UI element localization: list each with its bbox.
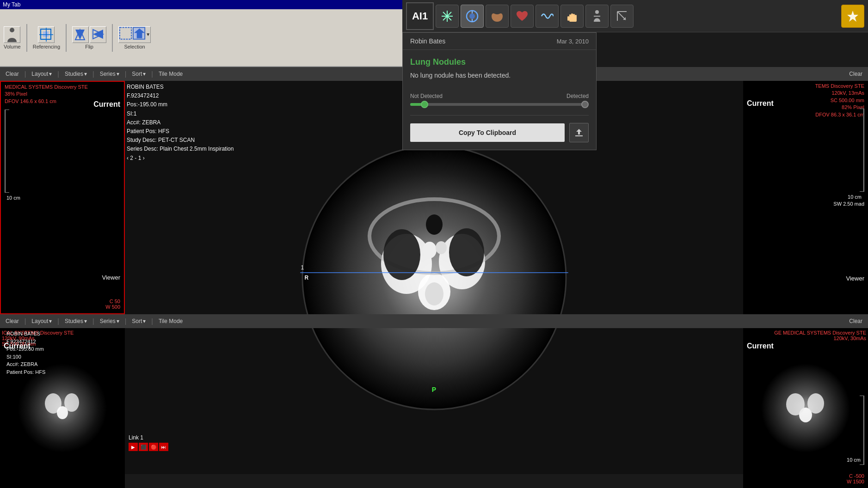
left-panel-top: MEDICAL SYSTEMS Discovery STE 38% Pixel … bbox=[0, 81, 125, 314]
ai-snowflake-btn[interactable] bbox=[436, 5, 459, 28]
br-ct-svg bbox=[759, 362, 852, 454]
sort-btn-top[interactable]: Sort ▾ bbox=[130, 70, 148, 78]
left-top-info-line2: 38% Pixel bbox=[5, 91, 120, 98]
ruler-label-left: 10 cm bbox=[6, 195, 20, 201]
slider-left-label: Not Detected bbox=[410, 93, 443, 99]
svg-point-17 bbox=[446, 15, 449, 18]
ai-hand-btn[interactable] bbox=[560, 5, 584, 28]
share-btn[interactable] bbox=[569, 123, 589, 142]
ai-panel-title: Lung Nodules bbox=[410, 57, 589, 67]
pib-si: SI:100 bbox=[6, 353, 45, 361]
tile-mode-btn-bottom[interactable]: Tile Mode bbox=[157, 317, 185, 325]
selection-btn[interactable]: ▼ bbox=[118, 26, 151, 43]
tile-mode-btn-top[interactable]: Tile Mode bbox=[157, 70, 185, 78]
svg-point-46 bbox=[436, 241, 447, 254]
heart-icon bbox=[516, 10, 529, 23]
flip-label: Flip bbox=[85, 44, 93, 49]
right-panel-top: TEMS Discovery STE 120kV, 13mAs SC 500.0… bbox=[743, 81, 868, 314]
ai-circle-btn[interactable] bbox=[461, 5, 484, 28]
br-cw-values: C -500 W 1500 bbox=[847, 473, 864, 484]
ai-figure-btn[interactable] bbox=[585, 5, 609, 28]
ai-toolbar: AI1 bbox=[402, 0, 868, 32]
volume-btn[interactable] bbox=[4, 26, 20, 43]
p-marker: P bbox=[432, 386, 436, 393]
slider-thumb-right[interactable] bbox=[581, 101, 589, 108]
link-indicator: Link 1 ▶ ⬛ 🔴 ⏭ bbox=[129, 434, 168, 451]
studies-btn-bottom[interactable]: Studies ▾ bbox=[63, 317, 89, 325]
ruler-br bbox=[860, 396, 864, 465]
patient-info-bottom: ROBIN BATES F.923472412 Pos:-195.60 mm S… bbox=[0, 328, 47, 378]
left-cw-values: C 50 W 500 bbox=[105, 299, 120, 310]
svg-point-45 bbox=[423, 242, 437, 258]
patient-pos: Pos:-195.00 mm bbox=[127, 100, 234, 109]
ruler-right bbox=[860, 109, 864, 192]
series-btn-top[interactable]: Series ▾ bbox=[98, 70, 121, 78]
svg-rect-2 bbox=[43, 31, 49, 37]
svg-point-52 bbox=[64, 393, 79, 412]
patient-si: SI:1 bbox=[127, 110, 234, 118]
c-value: C 50 bbox=[105, 299, 120, 304]
referencing-btn1[interactable] bbox=[38, 26, 55, 43]
r-marker: R bbox=[305, 274, 309, 281]
link-btn-record[interactable]: 🔴 bbox=[149, 443, 158, 451]
sep2 bbox=[66, 24, 67, 52]
sort-btn-bottom[interactable]: Sort ▾ bbox=[130, 317, 148, 325]
ai-panel-message: No lung nodule has been detected. bbox=[410, 72, 589, 79]
ai-panel-patient: Robin Bates bbox=[410, 37, 445, 45]
slider-track[interactable] bbox=[410, 103, 589, 106]
organ-icon bbox=[491, 10, 504, 23]
flip-icon2 bbox=[91, 28, 105, 42]
flip-btn2[interactable] bbox=[90, 26, 106, 43]
layout-bar-bottom: Clear | Layout ▾ | Studies ▾ | Series ▾ … bbox=[0, 314, 868, 328]
left-top-info-line1: MEDICAL SYSTEMS Discovery STE bbox=[5, 84, 120, 91]
layout-btn-bottom[interactable]: Layout ▾ bbox=[30, 317, 54, 325]
ruler-left bbox=[5, 110, 9, 193]
right-top-info-line5: DFOV 86.3 x 36.1 cm bbox=[747, 111, 864, 118]
hand-icon bbox=[566, 10, 579, 23]
br-c-value: C -500 bbox=[847, 473, 864, 479]
toolbar-buttons: Volume Referencing bbox=[0, 9, 402, 66]
studies-btn-top[interactable]: Studies ▾ bbox=[63, 70, 89, 78]
series-btn-bottom[interactable]: Series ▾ bbox=[98, 317, 121, 325]
toolbar-group-volume: Volume bbox=[4, 26, 21, 49]
ai-wave-btn[interactable] bbox=[536, 5, 559, 28]
svg-marker-7 bbox=[93, 30, 103, 39]
slider-right-label: Detected bbox=[566, 93, 589, 99]
patient-info-block: ROBIN BATES F.923472412 Pos:-195.00 mm S… bbox=[125, 81, 235, 165]
left-top-current-label: Current bbox=[93, 100, 120, 109]
slider-thumb-left[interactable] bbox=[421, 101, 428, 108]
svg-rect-9 bbox=[120, 27, 131, 39]
referencing-label: Referencing bbox=[33, 44, 60, 49]
ct-scan-svg bbox=[300, 144, 568, 412]
ref-icon1 bbox=[39, 28, 53, 42]
link-btn-stop[interactable]: ⬛ bbox=[139, 443, 148, 451]
ai-organ-btn[interactable] bbox=[486, 5, 509, 28]
svg-point-19 bbox=[469, 13, 475, 19]
crosshair-line bbox=[300, 272, 568, 273]
layout-btn-top[interactable]: Layout ▾ bbox=[30, 70, 54, 78]
copy-to-clipboard-btn[interactable]: Copy To Clipboard bbox=[410, 123, 565, 142]
pib-name: ROBIN BATES bbox=[6, 330, 45, 338]
toolbar-group-selection: ▼ Selection bbox=[118, 26, 151, 49]
svg-rect-27 bbox=[567, 16, 569, 21]
pib-fnum: F.923472412 bbox=[6, 338, 45, 346]
svg-point-56 bbox=[786, 393, 805, 415]
clear-btn-bottom[interactable]: Clear bbox=[4, 317, 21, 325]
flip-btn1[interactable] bbox=[72, 26, 89, 43]
ai-accent-btn[interactable] bbox=[841, 5, 864, 28]
ai-panel-actions: Copy To Clipboard bbox=[410, 115, 589, 142]
ai-logo: AI1 bbox=[406, 2, 434, 30]
patient-series: Series Desc: Plain Chest 2.5mm Inspirati… bbox=[127, 145, 234, 153]
ai-heart-btn[interactable] bbox=[511, 5, 534, 28]
link-btn-play[interactable]: ▶ bbox=[129, 443, 138, 451]
ai-arrow-btn[interactable] bbox=[610, 5, 634, 28]
clear-btn-top-right[interactable]: Clear bbox=[847, 70, 864, 78]
clear-btn-bottom-right[interactable]: Clear bbox=[847, 317, 864, 325]
link-btn-next[interactable]: ⏭ bbox=[159, 443, 168, 451]
toolbar-group-referencing: Referencing bbox=[33, 26, 60, 49]
share-icon bbox=[574, 128, 584, 137]
svg-point-38 bbox=[425, 282, 443, 305]
toolbar-group-flip: Flip bbox=[72, 26, 106, 49]
volume-label: Volume bbox=[4, 44, 21, 49]
clear-btn-top[interactable]: Clear bbox=[4, 70, 21, 78]
